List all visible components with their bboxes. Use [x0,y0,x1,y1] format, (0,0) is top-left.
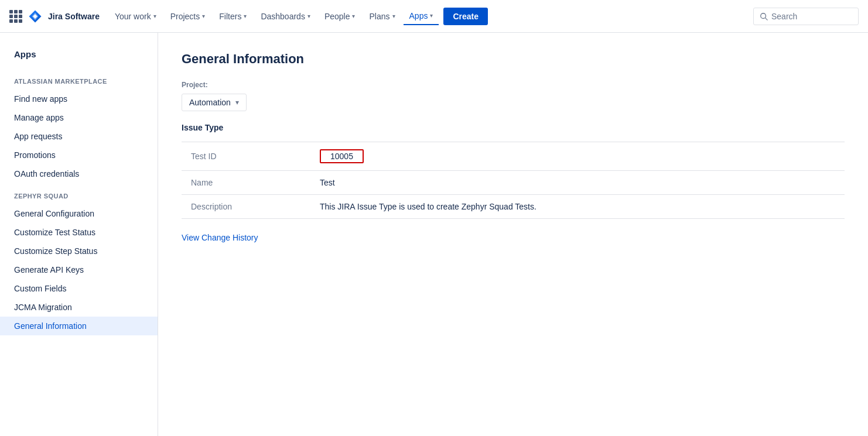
project-value: Automation [189,98,231,107]
logo-area: Jira Software [9,8,100,25]
sidebar-top-title: Apps [0,47,158,68]
search-icon [760,12,768,20]
nav-plans[interactable]: Plans ▾ [363,8,401,25]
project-dropdown[interactable]: Automation ▾ [182,94,247,111]
sidebar-item-manage-apps[interactable]: Manage apps [0,108,158,127]
field-label-test-id: Test ID [182,142,310,171]
nav-dashboards[interactable]: Dashboards ▾ [255,8,316,25]
project-label: Project: [182,81,845,89]
chevron-down-icon: ▾ [392,13,395,19]
chevron-down-icon: ▾ [430,12,433,19]
grid-icon[interactable] [9,10,22,23]
nav-people[interactable]: People ▾ [319,8,361,25]
sidebar-item-customize-test-status[interactable]: Customize Test Status [0,223,158,242]
chevron-down-icon: ▾ [235,98,239,107]
field-value-test-id: 10005 [310,142,845,171]
svg-line-1 [766,18,768,20]
main-layout: Apps ATLASSIAN MARKETPLACE Find new apps… [0,33,868,436]
zephyr-section-title: ZEPHYR SQUAD [0,183,158,204]
nav-your-work[interactable]: Your work ▾ [109,8,162,25]
sidebar-item-customize-step-status[interactable]: Customize Step Status [0,242,158,260]
nav-filters[interactable]: Filters ▾ [213,8,252,25]
nav-projects[interactable]: Projects ▾ [165,8,211,25]
page-title: General Information [182,52,845,67]
jira-software-label: Jira Software [48,12,100,21]
sidebar-item-generate-api-keys[interactable]: Generate API Keys [0,260,158,279]
table-row-name: Name Test [182,171,845,195]
sidebar-item-app-requests[interactable]: App requests [0,127,158,146]
table-row-test-id: Test ID 10005 [182,142,845,171]
chevron-down-icon: ▾ [202,13,205,19]
nav-apps[interactable]: Apps ▾ [404,8,439,25]
field-label-description: Description [182,195,310,219]
field-label-name: Name [182,171,310,195]
sidebar-item-jcma-migration[interactable]: JCMA Migration [0,298,158,317]
issue-type-label: Issue Type [182,123,845,132]
search-label: Search [771,12,797,21]
field-value-description: This JIRA Issue Type is used to create Z… [310,195,845,219]
main-content: General Information Project: Automation … [158,33,868,436]
sidebar: Apps ATLASSIAN MARKETPLACE Find new apps… [0,33,158,436]
sidebar-item-general-information[interactable]: General Information [0,317,158,335]
search-box[interactable]: Search [753,8,859,25]
create-button[interactable]: Create [443,8,488,25]
info-table: Test ID 10005 Name Test Description This… [182,142,845,219]
sidebar-item-oauth-credentials[interactable]: OAuth credentials [0,164,158,183]
table-row-description: Description This JIRA Issue Type is used… [182,195,845,219]
sidebar-item-general-configuration[interactable]: General Configuration [0,204,158,223]
topnav: Jira Software Your work ▾ Projects ▾ Fil… [0,0,868,33]
jira-diamond-icon [27,8,43,25]
chevron-down-icon: ▾ [153,13,156,19]
sidebar-item-find-new-apps[interactable]: Find new apps [0,90,158,108]
chevron-down-icon: ▾ [352,13,355,19]
atlassian-section-title: ATLASSIAN MARKETPLACE [0,68,158,90]
chevron-down-icon: ▾ [244,13,247,19]
view-change-history-link[interactable]: View Change History [182,233,258,242]
sidebar-item-custom-fields[interactable]: Custom Fields [0,279,158,298]
sidebar-item-promotions[interactable]: Promotions [0,146,158,164]
field-value-name: Test [310,171,845,195]
test-id-highlighted: 10005 [320,149,364,163]
chevron-down-icon: ▾ [307,13,310,19]
